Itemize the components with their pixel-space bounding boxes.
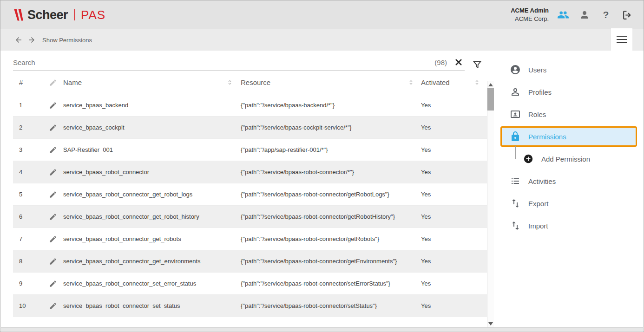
help-icon: ?	[603, 9, 609, 20]
row-resource: {"path":"/service/bpaas-robot-connector/…	[240, 280, 421, 287]
row-activated: Yes	[421, 213, 487, 220]
column-resource[interactable]: Resource	[240, 78, 421, 86]
sidebar-item-label: Profiles	[528, 88, 552, 96]
row-activated: Yes	[421, 235, 487, 242]
row-name: service_bpaas_backend	[63, 102, 240, 109]
clear-icon	[454, 58, 463, 66]
row-name: service_bpaas_robot_connector_set_error_…	[63, 280, 240, 287]
sidebar-item-import[interactable]: Import	[494, 215, 644, 237]
person-icon	[579, 9, 590, 20]
vertical-scrollbar[interactable]	[487, 81, 494, 327]
sort-icon[interactable]	[473, 79, 480, 86]
search-bar: (98)	[13, 58, 482, 71]
add-icon	[523, 154, 534, 164]
forward-icon[interactable]	[27, 36, 36, 44]
column-edit	[43, 78, 63, 87]
scheer-mark-icon	[13, 9, 24, 21]
help-button[interactable]: ?	[600, 9, 612, 21]
table-row: 8 service_bpaas_robot_connector_get_envi…	[13, 250, 487, 273]
sidebar-item-roles[interactable]: Roles	[494, 103, 644, 125]
sidebar-item-label: Activities	[528, 177, 556, 185]
app-window: Scheer PAS ACME Admin ACME Corp. ?	[0, 0, 644, 332]
row-resource: {"path":"/service/bpaas-robot-connector/…	[240, 235, 421, 242]
edit-row-button[interactable]	[43, 257, 63, 266]
row-name: service_bpaas_robot_connector	[63, 169, 240, 176]
edit-icon	[49, 124, 57, 132]
result-count: (98)	[434, 59, 447, 66]
row-name: service_bpaas_robot_connector_get_robot_…	[63, 191, 240, 198]
row-activated: Yes	[421, 146, 487, 153]
edit-icon	[49, 213, 57, 221]
scroll-thumb[interactable]	[487, 88, 494, 111]
import-export-icon	[510, 198, 521, 209]
table-row: 5 service_bpaas_robot_connector_get_robo…	[13, 183, 487, 206]
table-row: 7 service_bpaas_robot_connector_get_robo…	[13, 228, 487, 250]
list-icon	[510, 176, 521, 187]
edit-row-button[interactable]	[43, 302, 63, 310]
sidebar-item-export[interactable]: Export	[494, 192, 644, 215]
search-input[interactable]	[13, 59, 434, 66]
filter-button[interactable]	[472, 59, 482, 70]
clear-search-button[interactable]	[454, 58, 463, 66]
row-resource: {"path":"/app/sap-restifier-001/*"}	[240, 146, 421, 153]
table-row: 4 service_bpaas_robot_connector {"path":…	[13, 161, 487, 183]
account-info: ACME Admin ACME Corp.	[511, 7, 549, 23]
edit-row-button[interactable]	[43, 146, 63, 154]
row-number: 3	[13, 146, 43, 153]
edit-row-button[interactable]	[43, 101, 63, 110]
filter-icon	[472, 59, 482, 70]
profile-button[interactable]	[578, 9, 591, 21]
sort-icon[interactable]	[407, 79, 414, 86]
row-resource: {"path":"/service/bpaas-robot-connector/…	[240, 191, 421, 198]
row-name: service_bpaas_robot_connector_get_robot_…	[63, 213, 240, 220]
sidebar-item-label: Export	[528, 200, 548, 208]
row-resource: {"path":"/service/bpaas-cockpit-service/…	[240, 124, 421, 131]
user-management-button[interactable]	[557, 9, 569, 21]
column-activated[interactable]: Activated	[421, 78, 487, 86]
horizontal-scrollbar[interactable]	[1, 327, 643, 331]
logout-button[interactable]	[621, 9, 633, 21]
scroll-up-icon[interactable]	[488, 83, 493, 86]
edit-row-button[interactable]	[43, 213, 63, 221]
edit-row-button[interactable]	[43, 168, 63, 176]
account-name: ACME Admin	[511, 7, 549, 15]
row-resource: {"path":"/service/bpaas-robot-connector/…	[240, 169, 421, 176]
brand-product: PAS	[81, 8, 105, 22]
sort-icon[interactable]	[226, 79, 233, 86]
row-resource: {"path":"/service/bpaas-robot-connector/…	[240, 258, 421, 265]
menu-button[interactable]	[611, 28, 632, 51]
sidebar-item-activities[interactable]: Activities	[494, 170, 644, 192]
table-row: 9 service_bpaas_robot_connector_set_erro…	[13, 273, 487, 295]
row-resource: {"path":"/service/bpaas-robot-connector/…	[240, 213, 421, 220]
sidebar-item-label: Users	[528, 66, 546, 74]
row-resource: {"path":"/service/bpaas-backend/*"}	[240, 102, 421, 109]
add-permission-button[interactable]: Add Permission	[494, 148, 644, 170]
back-icon[interactable]	[14, 36, 23, 44]
account-org: ACME Corp.	[511, 15, 549, 23]
row-name: SAP-Restifier_001	[63, 146, 240, 153]
main-panel: (98) #	[0, 51, 494, 332]
row-activated: Yes	[421, 258, 487, 265]
edit-row-button[interactable]	[43, 235, 63, 243]
sidebar-item-permissions[interactable]: Permissions	[500, 126, 637, 147]
logout-icon	[622, 9, 633, 21]
sidebar-item-users[interactable]: Users	[494, 59, 644, 81]
row-number: 4	[13, 169, 43, 176]
sidebar-item-profiles[interactable]: Profiles	[494, 81, 644, 103]
edit-row-button[interactable]	[43, 124, 63, 132]
row-activated: Yes	[421, 124, 487, 131]
column-name[interactable]: Name	[63, 78, 240, 86]
edit-row-button[interactable]	[43, 190, 63, 199]
row-number: 2	[13, 124, 43, 131]
edit-icon	[49, 190, 57, 199]
edit-row-button[interactable]	[43, 280, 63, 288]
row-number: 8	[13, 258, 43, 265]
permissions-table: # Name Resource	[13, 71, 487, 317]
scroll-down-icon[interactable]	[488, 322, 493, 325]
import-export-icon	[510, 220, 521, 231]
edit-icon	[49, 257, 57, 266]
page-title: Show Permissions	[42, 37, 92, 44]
edit-icon	[49, 280, 57, 288]
hamburger-icon	[617, 33, 627, 46]
row-number: 10	[13, 302, 43, 309]
